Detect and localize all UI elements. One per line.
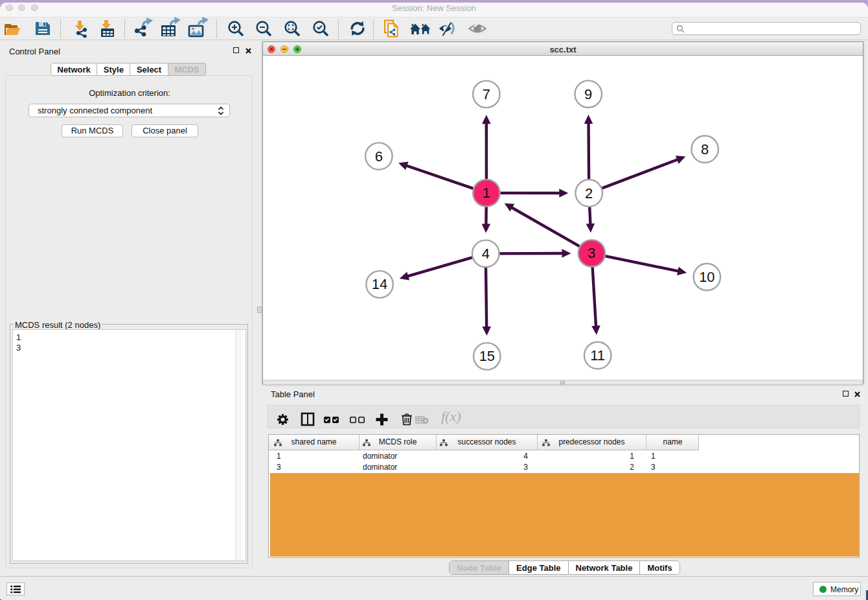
svg-text:14: 14 xyxy=(372,276,387,292)
svg-text:3: 3 xyxy=(588,245,595,261)
svg-text:1: 1 xyxy=(483,185,490,201)
svg-text:6: 6 xyxy=(375,148,383,165)
svg-text:4: 4 xyxy=(482,246,490,262)
svg-text:15: 15 xyxy=(479,348,495,364)
svg-text:2: 2 xyxy=(585,185,593,202)
svg-text:9: 9 xyxy=(584,86,592,102)
svg-text:11: 11 xyxy=(590,347,605,363)
svg-text:8: 8 xyxy=(701,141,709,157)
svg-text:7: 7 xyxy=(483,86,490,102)
svg-text:10: 10 xyxy=(699,269,714,285)
